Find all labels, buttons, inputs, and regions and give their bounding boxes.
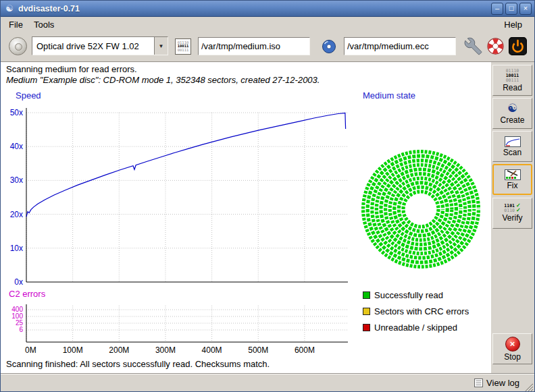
svg-text:40x: 40x <box>10 142 23 151</box>
svg-text:50x: 50x <box>10 108 23 117</box>
menu-tools[interactable]: Tools <box>28 18 59 31</box>
svg-text:20x: 20x <box>10 210 23 219</box>
svg-text:200M: 200M <box>109 345 129 355</box>
legend-swatch-success <box>363 291 370 299</box>
svg-text:100: 100 <box>11 312 23 320</box>
cd-disc-icon <box>322 39 336 54</box>
svg-text:25: 25 <box>16 319 24 327</box>
preferences-button[interactable] <box>464 37 483 56</box>
sidebar: 01110 10011 00111 Read ☯ Create Scan <box>491 61 534 374</box>
create-button[interactable]: ☯ Create <box>492 98 532 129</box>
scan-button[interactable]: Scan <box>492 131 532 162</box>
svg-text:100M: 100M <box>63 345 83 355</box>
read-icon: 01110 <box>506 69 519 73</box>
ecc-path-input[interactable] <box>344 37 456 55</box>
close-button[interactable]: × <box>519 3 532 15</box>
create-button-label: Create <box>500 115 524 125</box>
medium-state-disc <box>359 144 487 273</box>
window-title: dvdisaster-0.71 <box>18 4 489 13</box>
stop-button[interactable]: × Stop <box>492 333 532 364</box>
legend-item-crc: Sectors with CRC errors <box>363 306 469 316</box>
verify-button-label: Verify <box>502 213 522 223</box>
svg-text:500M: 500M <box>248 345 268 355</box>
read-button-label: Read <box>503 83 522 92</box>
view-log-label: View log <box>486 378 519 388</box>
drive-eject-button[interactable] <box>9 37 27 55</box>
help-button[interactable] <box>486 37 505 56</box>
yin-yang-icon: ☯ <box>507 103 517 115</box>
svg-text:600M: 600M <box>295 345 315 355</box>
svg-text:300M: 300M <box>155 345 176 355</box>
c2-errors-chart: 0M100M200M300M400M500M600M625100400 <box>3 300 357 362</box>
svg-text:400M: 400M <box>202 345 222 355</box>
wrench-icon <box>464 37 482 55</box>
app-window: ☯ dvdisaster-0.71 – □ × File Tools Help … <box>0 0 535 392</box>
legend-label: Unreadable / skipped <box>374 323 457 333</box>
menu-file[interactable]: File <box>3 18 28 31</box>
c2-errors-chart-title: C2 errors <box>9 289 45 299</box>
menu-help[interactable]: Help <box>499 18 528 31</box>
drive-select-value: Optical drive 52X FW 1.02 <box>32 37 154 55</box>
quit-button[interactable] <box>509 37 528 56</box>
main-panel: Scanning medium for read errors. Medium … <box>1 61 491 374</box>
window-titlebar[interactable]: ☯ dvdisaster-0.71 – □ × <box>1 1 534 17</box>
scan-chart-icon <box>505 136 521 147</box>
legend-swatch-crc <box>363 308 370 315</box>
resize-grip[interactable] <box>523 381 533 391</box>
scan-button-label: Scan <box>503 148 521 157</box>
speed-chart: 0x10x20x30x40x50x <box>3 103 357 289</box>
legend-swatch-unreadable <box>363 324 370 331</box>
status-line-1: Scanning medium for read errors. <box>6 64 137 74</box>
ecc-image-icon[interactable] <box>321 38 337 55</box>
speed-chart-title: Speed <box>16 90 41 101</box>
svg-text:400: 400 <box>11 306 23 313</box>
maximize-button[interactable]: □ <box>505 3 517 15</box>
read-button[interactable]: 01110 10011 00111 Read <box>492 65 532 96</box>
fix-tools-icon <box>505 169 521 180</box>
chevron-down-icon[interactable]: ▼ <box>154 37 168 55</box>
app-yin-yang-icon: ☯ <box>3 3 16 13</box>
svg-text:0M: 0M <box>25 345 36 355</box>
medium-state-title: Medium state <box>363 90 415 101</box>
legend-item-success: Successfully read <box>363 290 443 300</box>
svg-text:30x: 30x <box>10 175 23 185</box>
check-icon: ✓ <box>516 208 521 213</box>
toolbar: Optical drive 52X FW 1.02 ▼ 01110 10011 … <box>1 32 534 61</box>
lifering-icon <box>486 37 505 55</box>
scan-result-status: Scanning finished: All sectors successfu… <box>6 359 270 369</box>
svg-text:6: 6 <box>19 326 23 333</box>
menubar: File Tools Help <box>1 17 534 32</box>
legend-item-unreadable: Unreadable / skipped <box>363 323 457 333</box>
minimize-button[interactable]: – <box>491 3 503 15</box>
view-log-button[interactable]: View log <box>474 378 519 388</box>
iso-path-input[interactable] <box>198 37 310 55</box>
svg-text:10x: 10x <box>10 244 23 253</box>
statusbar: View log <box>1 373 534 392</box>
iso-image-icon[interactable]: 01110 10011 00111 <box>175 38 191 55</box>
legend-label: Successfully read <box>374 290 443 300</box>
fix-button-label: Fix <box>507 181 518 190</box>
legend-label: Sectors with CRC errors <box>374 306 469 316</box>
stop-button-label: Stop <box>504 352 521 362</box>
drive-select[interactable]: Optical drive 52X FW 1.02 ▼ <box>32 36 168 55</box>
view-log-icon <box>474 379 483 387</box>
power-icon <box>509 37 527 55</box>
verify-button[interactable]: 1101 ✓ 0110 ✓ Verify <box>492 198 532 229</box>
stop-icon: × <box>505 337 520 352</box>
status-line-2: Medium "Example disc": CD-ROM mode 1, 35… <box>6 75 320 85</box>
svg-text:0x: 0x <box>14 277 23 287</box>
fix-button[interactable]: Fix <box>492 164 532 195</box>
